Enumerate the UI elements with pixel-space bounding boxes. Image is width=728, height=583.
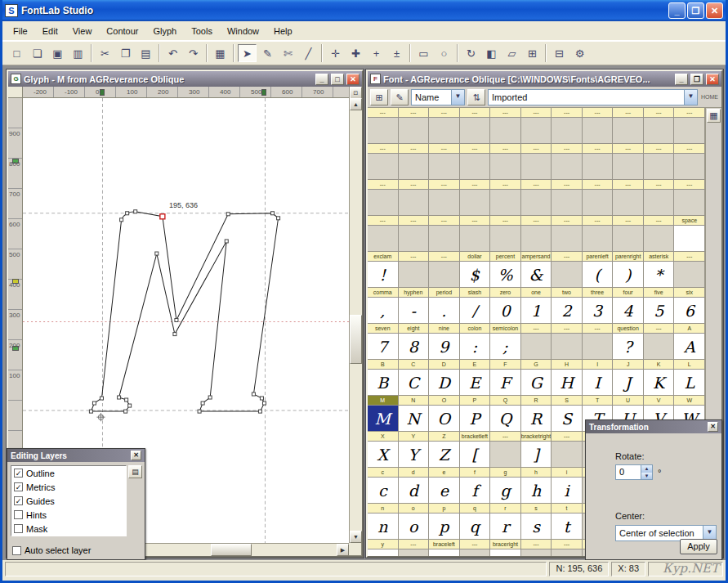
- glyph-cell-ampersand[interactable]: &: [521, 262, 552, 288]
- glyph-cell-g[interactable]: g: [490, 478, 521, 504]
- apply-button[interactable]: Apply: [680, 539, 717, 554]
- outline-node[interactable]: [271, 212, 275, 215]
- maximize-button[interactable]: ❐: [687, 2, 704, 19]
- font-close-button[interactable]: ✕: [706, 74, 719, 85]
- outline-node[interactable]: [277, 217, 280, 220]
- outline-node[interactable]: [252, 392, 255, 396]
- glyph-cell-Y[interactable]: Y: [399, 442, 430, 468]
- outline-node[interactable]: [100, 397, 103, 400]
- width-marker-top[interactable]: [261, 89, 266, 96]
- glyph-cell-H[interactable]: H: [552, 370, 583, 396]
- close-button[interactable]: ✕: [706, 2, 723, 19]
- outline-node[interactable]: [155, 252, 159, 255]
- glyph-cell-1-8[interactable]: [613, 154, 644, 180]
- editing-layers-palette[interactable]: Editing Layers ✕ ✓Outline✓Metrics✓Guides…: [7, 448, 145, 560]
- glyph-cell-9-6[interactable]: [552, 442, 583, 468]
- glyph-cell-0-4[interactable]: [490, 118, 521, 144]
- rectangle-tool-button[interactable]: ▭: [414, 44, 433, 62]
- table-view-button[interactable]: ⊞: [370, 89, 388, 105]
- vscroll-thumb[interactable]: [350, 315, 362, 364]
- pencil-tool-button[interactable]: ✎: [258, 44, 277, 62]
- measure-tool-button[interactable]: ╱: [299, 44, 318, 62]
- glyph-minimize-button[interactable]: _: [315, 74, 328, 85]
- slant-tool-button[interactable]: ▱: [502, 44, 521, 62]
- sort-mode-select[interactable]: Name ▼: [411, 89, 465, 105]
- transform-close-button[interactable]: ✕: [708, 422, 718, 432]
- glyph-cell-I[interactable]: I: [583, 370, 614, 396]
- encoding-select[interactable]: Imported ▼: [488, 89, 698, 105]
- glyph-cell-3-9[interactable]: [644, 226, 675, 252]
- glyph-cell-1-5[interactable]: [521, 154, 552, 180]
- outline-node[interactable]: [134, 210, 137, 213]
- scroll-right-button[interactable]: ▶: [337, 544, 349, 556]
- glyph-cell-L[interactable]: L: [674, 370, 705, 396]
- glyph-cell-2-8[interactable]: [613, 190, 644, 216]
- glyph-cell-3-2[interactable]: [429, 226, 460, 252]
- glyph-cell-parenright[interactable]: ): [613, 262, 644, 288]
- glyph-cell-2-9[interactable]: [644, 190, 675, 216]
- glyph-cell-12-1[interactable]: [399, 549, 430, 556]
- cut-button[interactable]: ✂: [96, 44, 114, 62]
- font-minimize-button[interactable]: _: [675, 74, 688, 85]
- checkbox[interactable]: ✓: [14, 482, 23, 491]
- glyph-cell-2-0[interactable]: [368, 190, 399, 216]
- ellipse-tool-button[interactable]: ○: [435, 44, 453, 62]
- redo-button[interactable]: ↷: [184, 44, 203, 62]
- checkbox[interactable]: [14, 510, 23, 519]
- rotate-value[interactable]: 0: [616, 465, 641, 479]
- glyph-cell-1-3[interactable]: [460, 154, 491, 180]
- glyph-cell-3-1[interactable]: [399, 226, 430, 252]
- font-window-titlebar[interactable]: F Font - AGReverance Oblique [C:\WINDOWS…: [368, 71, 721, 87]
- glyph-cell-0-6[interactable]: [552, 118, 583, 144]
- hscroll-thumb[interactable]: [211, 544, 252, 556]
- glyph-cell-1-10[interactable]: [674, 154, 705, 180]
- glyph-cell-J[interactable]: J: [613, 370, 644, 396]
- auto-select-checkbox[interactable]: [12, 546, 21, 555]
- glyph-cell-2-1[interactable]: [399, 190, 430, 216]
- add-curve-node-button[interactable]: ✚: [346, 44, 365, 62]
- layer-item-hints[interactable]: Hints: [11, 508, 126, 522]
- knife-tool-button[interactable]: ✄: [279, 44, 297, 62]
- transform-panel-button[interactable]: ◧: [482, 44, 501, 62]
- layer-item-metrics[interactable]: ✓Metrics: [11, 480, 126, 494]
- glyph-cell-p[interactable]: p: [429, 513, 460, 540]
- glyph-cell-0-3[interactable]: [460, 118, 491, 144]
- glyph-cell-1-9[interactable]: [644, 154, 675, 180]
- glyph-cell-seven[interactable]: 7: [368, 334, 399, 360]
- glyph-cell-e[interactable]: e: [429, 478, 460, 504]
- glyph-cell-S[interactable]: S: [552, 406, 583, 432]
- glyph-cell-three[interactable]: 3: [583, 298, 614, 324]
- split-view-button[interactable]: ⊡: [350, 87, 362, 99]
- glyph-close-button[interactable]: ✕: [346, 74, 360, 85]
- glyph-cell-1-6[interactable]: [552, 154, 583, 180]
- glyph-cell-2-5[interactable]: [521, 190, 552, 216]
- glyph-cell-six[interactable]: 6: [674, 298, 705, 324]
- glyph-cell-r[interactable]: r: [490, 513, 521, 540]
- glyph-cell-12-3[interactable]: [460, 549, 491, 556]
- glyph-cell-n[interactable]: n: [368, 513, 399, 540]
- glyph-cell-space[interactable]: [674, 226, 705, 252]
- glyph-cell-0-9[interactable]: [644, 118, 675, 144]
- glyph-cell-five[interactable]: 5: [644, 298, 675, 324]
- glyph-cell-N[interactable]: N: [399, 406, 430, 432]
- glyph-cell-parenleft[interactable]: (: [583, 262, 614, 288]
- glyph-cell-i[interactable]: i: [552, 478, 583, 504]
- glyph-cell-c[interactable]: c: [368, 478, 399, 504]
- rotate-spinner[interactable]: 0 ▲▼: [615, 464, 653, 480]
- font-restore-button[interactable]: ❐: [690, 74, 703, 85]
- print-button[interactable]: ▦: [211, 44, 230, 62]
- glyph-cell-percent[interactable]: %: [490, 262, 521, 288]
- add-corner-node-button[interactable]: ✛: [326, 44, 345, 62]
- glyph-cell-4-1[interactable]: [399, 262, 430, 288]
- outline-node[interactable]: [260, 397, 263, 400]
- glyph-cell-eight[interactable]: 8: [399, 334, 430, 360]
- glyph-cell-question[interactable]: ?: [613, 334, 644, 360]
- glyph-cell-two[interactable]: 2: [552, 298, 583, 324]
- outline-node[interactable]: [125, 398, 128, 401]
- glyph-cell-O[interactable]: O: [429, 406, 460, 432]
- menu-glyph[interactable]: Glyph: [146, 24, 185, 38]
- glyph-cell-6-5[interactable]: [521, 334, 552, 360]
- outline-node[interactable]: [126, 212, 129, 215]
- auto-select-layer-row[interactable]: Auto select layer: [12, 545, 91, 555]
- glyph-cell-0-1[interactable]: [399, 118, 430, 144]
